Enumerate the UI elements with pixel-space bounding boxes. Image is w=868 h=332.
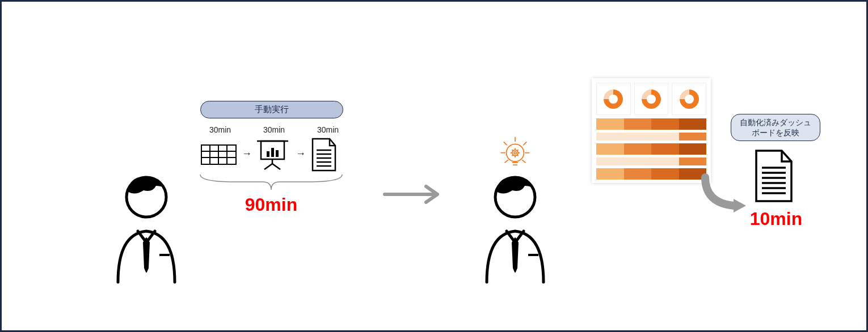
auto-badge: 自動化済みダッシュ ボードを反映 (731, 114, 820, 141)
person-right-icon (473, 169, 558, 290)
svg-point-22 (507, 144, 524, 161)
presentation-chart-icon (254, 137, 291, 176)
auto-badge-line2: ボードを反映 (752, 128, 799, 137)
svg-line-40 (512, 155, 513, 156)
svg-line-39 (517, 150, 518, 151)
svg-line-11 (264, 164, 272, 169)
step-time-1: 30min (203, 125, 237, 134)
manual-badge-label: 手動実行 (255, 104, 289, 114)
svg-line-30 (505, 160, 508, 163)
auto-badge-line1: 自動化済みダッシュ (740, 118, 811, 127)
step-time-2: 30min (257, 125, 291, 134)
document-right-icon (751, 148, 796, 207)
document-icon (308, 137, 339, 176)
arrow-icon-2: → (296, 148, 306, 160)
svg-line-31 (523, 160, 525, 163)
spreadsheet-icon (200, 141, 237, 171)
svg-rect-15 (276, 150, 279, 157)
svg-point-33 (514, 152, 516, 154)
svg-line-27 (524, 142, 526, 145)
brace-icon (197, 172, 345, 197)
svg-line-12 (272, 164, 280, 169)
step-time-3: 30min (311, 125, 345, 134)
manual-badge: 手動実行 (200, 101, 343, 118)
person-left-icon (104, 169, 189, 290)
dashboard-thumbnail (592, 78, 711, 183)
total-time-right: 10min (739, 208, 813, 229)
big-arrow-icon (382, 183, 444, 208)
svg-rect-43 (528, 254, 538, 256)
svg-line-41 (517, 155, 518, 156)
svg-line-26 (504, 142, 507, 145)
svg-line-38 (512, 150, 513, 151)
svg-rect-14 (271, 148, 274, 157)
svg-rect-1 (159, 254, 170, 256)
lightbulb-gear-icon (498, 132, 532, 174)
total-time-left: 90min (229, 194, 314, 215)
svg-rect-13 (267, 151, 269, 157)
arrow-icon-1: → (242, 148, 252, 160)
